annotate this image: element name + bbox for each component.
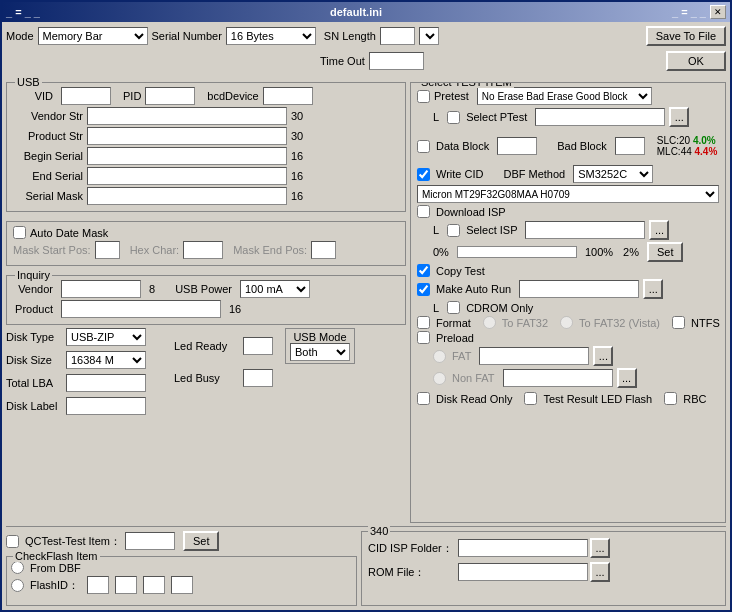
pretest-select[interactable]: No Erase Bad Erase Good Block xyxy=(477,87,652,105)
qc-test-checkbox[interactable] xyxy=(6,535,19,548)
fat-radio[interactable] xyxy=(433,350,446,363)
select-ptest-browse-button[interactable]: ... xyxy=(669,107,689,127)
cid-isp-input[interactable] xyxy=(458,539,588,557)
data-block-row: Data Block 956 Bad Block 40 SLC:20 4.0% … xyxy=(417,135,719,157)
led-ready-input[interactable]: 82 xyxy=(243,337,273,355)
mask-start-input[interactable]: 9 xyxy=(95,241,120,259)
copy-test-checkbox[interactable] xyxy=(417,264,430,277)
flash-id-label: FlashID： xyxy=(30,578,79,593)
disk-size-select[interactable]: 16384 M xyxy=(66,351,146,369)
from-dbf-radio[interactable] xyxy=(11,561,24,574)
select-isp-browse-button[interactable]: ... xyxy=(649,220,669,240)
test-result-led-checkbox[interactable] xyxy=(524,392,537,405)
non-fat-label: Non FAT xyxy=(452,372,495,384)
make-auto-run-input[interactable]: K:\AIO_FINAL\AIO_Worldwide_B20... xyxy=(519,280,639,298)
flash-id-input-4[interactable] xyxy=(171,576,193,594)
disk-label-input[interactable]: ZyrusUSB xyxy=(66,397,146,415)
write-cid-checkbox[interactable] xyxy=(417,168,430,181)
auto-date-mask-checkbox[interactable] xyxy=(13,226,26,239)
qc-test-label: QCTest-Test Item： xyxy=(25,534,121,549)
usb-power-select[interactable]: 100 mA xyxy=(240,280,310,298)
select-isp-checkbox[interactable] xyxy=(447,224,460,237)
data-block-input[interactable]: 956 xyxy=(497,137,537,155)
disk-read-only-checkbox[interactable] xyxy=(417,392,430,405)
vendor-str-input[interactable]: SMI Corporation xyxy=(87,107,287,125)
total-lba-label: Total LBA xyxy=(6,377,66,389)
progress-end-label: 100% xyxy=(585,246,613,258)
bcd-input[interactable]: 1100 xyxy=(263,87,313,105)
write-cid-label: Write CID xyxy=(436,168,483,180)
select-ptest-checkbox[interactable] xyxy=(447,111,460,124)
flash-id-radio[interactable] xyxy=(11,579,24,592)
preload-checkbox[interactable] xyxy=(417,331,430,344)
flash-chip-select[interactable]: Micron MT29F32G08MAA H0709 xyxy=(417,185,719,203)
mode-label: Mode xyxy=(6,30,34,42)
flash-id-input-1[interactable] xyxy=(87,576,109,594)
begin-serial-input[interactable]: AA04012700007510 xyxy=(87,147,287,165)
close-button[interactable]: ✕ xyxy=(710,5,726,19)
qc-set-button[interactable]: Set xyxy=(183,531,220,551)
vid-input[interactable]: 090C xyxy=(61,87,111,105)
serial-number-select[interactable]: 16 Bytes xyxy=(226,27,316,45)
ok-button[interactable]: OK xyxy=(666,51,726,71)
mode-select[interactable]: Memory Bar xyxy=(38,27,148,45)
isp-set-button[interactable]: Set xyxy=(647,242,684,262)
serial-mask-input[interactable]: AA############## xyxy=(87,187,287,205)
product-str-row: Product Str USB DISK 30 xyxy=(13,127,399,145)
cdrom-only-checkbox[interactable] xyxy=(447,301,460,314)
flash-id-input-2[interactable] xyxy=(115,576,137,594)
flash-id-input-3[interactable] xyxy=(143,576,165,594)
cid-isp-browse-button[interactable]: ... xyxy=(590,538,610,558)
select-isp-input[interactable]: D:\ACT_PROJECT\MPtool\샘플 -2... xyxy=(525,221,645,239)
inquiry-vendor-row: Vendor SMI 8 USB Power 100 mA xyxy=(13,280,399,298)
auto-date-mask-row: Auto Date Mask xyxy=(13,226,399,239)
isp-progress-bar xyxy=(457,246,577,258)
copy-test-row: Copy Test xyxy=(417,264,719,277)
make-auto-run-browse-button[interactable]: ... xyxy=(643,279,663,299)
ntfs-label: NTFS xyxy=(691,317,720,329)
select-ptest-input[interactable]: D:\ACT_PROJECT\MPtool\샘플... xyxy=(535,108,665,126)
disk-type-select[interactable]: USB-ZIP xyxy=(66,328,146,346)
inquiry-vendor-input[interactable]: SMI xyxy=(61,280,141,298)
fat-browse-button[interactable]: ... xyxy=(593,346,613,366)
sn-length-input[interactable]: 16 xyxy=(380,27,415,45)
bad-block-input[interactable]: 40 xyxy=(615,137,645,155)
usb-mode-select[interactable]: Both xyxy=(290,343,350,361)
ntfs-checkbox[interactable] xyxy=(672,316,685,329)
product-str-input[interactable]: USB DISK xyxy=(87,127,287,145)
disk-label-label: Disk Label xyxy=(6,400,66,412)
qc-test-input[interactable] xyxy=(125,532,175,550)
pid-input[interactable]: 1000 xyxy=(145,87,195,105)
dbf-method-select[interactable]: SM3252C xyxy=(573,165,653,183)
led-busy-input[interactable]: 48 xyxy=(243,369,273,387)
data-block-checkbox[interactable] xyxy=(417,140,430,153)
save-to-file-button[interactable]: Save To File xyxy=(646,26,726,46)
make-auto-run-checkbox[interactable] xyxy=(417,283,430,296)
non-fat-radio[interactable] xyxy=(433,372,446,385)
sn-length-select[interactable]: ▼ xyxy=(419,27,439,45)
inquiry-product-input[interactable]: USB DISK xyxy=(61,300,221,318)
rom-file-input[interactable] xyxy=(458,563,588,581)
to-fat32-vista-radio[interactable] xyxy=(560,316,573,329)
pretest-checkbox[interactable] xyxy=(417,90,430,103)
end-serial-input[interactable]: AA04012799999999 xyxy=(87,167,287,185)
download-isp-checkbox[interactable] xyxy=(417,205,430,218)
select-ptest-row: L Select PTest D:\ACT_PROJECT\MPtool\샘플.… xyxy=(433,107,719,127)
time-out-input[interactable]: 10000 xyxy=(369,52,424,70)
non-fat-browse-button[interactable]: ... xyxy=(617,368,637,388)
test-item-title: Select TEST ITEM xyxy=(419,82,514,88)
total-lba-input[interactable]: 0 xyxy=(66,374,146,392)
rbc-checkbox[interactable] xyxy=(664,392,677,405)
bottom-right: 340 CID ISP Folder： ... ROM File： ... xyxy=(361,531,726,606)
non-fat-input[interactable] xyxy=(503,369,613,387)
to-fat32-radio[interactable] xyxy=(483,316,496,329)
l-indent: L xyxy=(433,111,439,123)
format-checkbox[interactable] xyxy=(417,316,430,329)
vendor-str-num: 30 xyxy=(291,110,303,122)
mask-end-input[interactable]: 10 xyxy=(311,241,336,259)
hex-char-input[interactable] xyxy=(183,241,223,259)
mask-end-label: Mask End Pos: xyxy=(233,244,307,256)
fat-input[interactable]: D:\Preload\ xyxy=(479,347,589,365)
rom-file-browse-button[interactable]: ... xyxy=(590,562,610,582)
data-block-label: Data Block xyxy=(436,140,489,152)
